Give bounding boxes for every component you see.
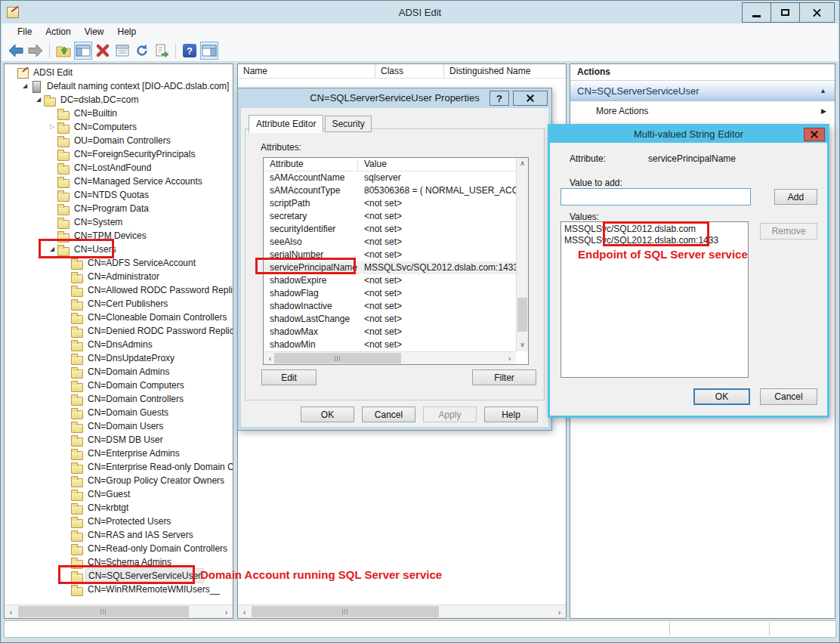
mvse-cancel-button[interactable]: Cancel [760, 388, 817, 405]
tree-item[interactable]: CN=RAS and IAS Servers [5, 528, 233, 542]
collapse-arrow-icon[interactable]: ▲ [820, 87, 835, 94]
tree-item[interactable]: ADSI Edit [5, 66, 233, 79]
attribute-row[interactable]: serialNumber<not set> [264, 249, 516, 261]
show-console-tree-icon[interactable] [74, 42, 92, 60]
tree-item[interactable]: ▷CN=Computers [5, 120, 233, 134]
attribute-row[interactable]: shadowLastChange<not set> [264, 313, 516, 326]
attribute-row[interactable]: servicePrincipalNameMSSQLSvc/SQL2012.dsl… [264, 261, 516, 274]
add-button[interactable]: Add [774, 189, 817, 205]
tree-item[interactable]: CN=Enterprise Admins [5, 447, 233, 460]
forward-icon[interactable] [26, 42, 45, 60]
attribute-row[interactable]: secretary<not set> [264, 210, 516, 223]
cancel-button[interactable]: Cancel [362, 407, 415, 422]
tree-item[interactable]: CN=Denied RODC Password Replicat [5, 324, 233, 338]
help-icon[interactable]: ? [181, 42, 199, 60]
value-column-header[interactable]: Value [358, 158, 516, 171]
edit-button[interactable]: Edit [261, 369, 317, 385]
tree-item[interactable]: CN=Allowed RODC Password Replica [5, 283, 233, 297]
maximize-button[interactable] [771, 2, 800, 23]
expanded-arrow-icon[interactable]: ◢ [20, 79, 30, 93]
column-class[interactable]: Class [375, 64, 444, 79]
tree-item[interactable]: ◢Default naming context [DIO-ADC.dslab.c… [5, 79, 233, 93]
attribute-row[interactable]: sAMAccountNamesqlserver [264, 172, 516, 184]
mvse-close-button[interactable] [804, 128, 825, 141]
menu-help[interactable]: Help [111, 24, 144, 39]
tree-item[interactable]: CN=Read-only Domain Controllers [5, 542, 233, 555]
mvse-ok-button[interactable]: OK [693, 388, 750, 405]
attribute-row[interactable]: shadowMin<not set> [264, 339, 516, 351]
scroll-up-icon[interactable]: ∧ [517, 158, 528, 170]
expanded-arrow-icon[interactable]: ◢ [33, 93, 44, 107]
scroll-thumb[interactable] [18, 606, 189, 617]
tree-item[interactable]: CN=Builtin [5, 107, 233, 120]
menu-file[interactable]: File [11, 24, 39, 39]
scroll-thumb[interactable] [274, 353, 401, 363]
tree-item[interactable]: CN=Schema Admins [5, 555, 233, 569]
collapsed-arrow-icon[interactable]: ▷ [47, 120, 57, 134]
column-distinguished-name[interactable]: Distinguished Name [444, 64, 566, 79]
tree-item[interactable]: CN=Program Data [5, 202, 233, 215]
tree-item[interactable]: CN=Domain Controllers [5, 392, 233, 406]
scroll-right-icon[interactable]: › [503, 352, 516, 364]
more-actions-item[interactable]: More Actions ▶ [570, 101, 835, 121]
properties-icon[interactable] [113, 42, 131, 60]
tree-item[interactable]: CN=LostAndFound [5, 161, 233, 175]
scroll-down-icon[interactable]: ∨ [517, 339, 528, 351]
scroll-left-icon[interactable]: ‹ [238, 605, 251, 618]
dialog-help-button[interactable]: ? [489, 91, 509, 106]
attribute-row[interactable]: shadowExpire<not set> [264, 274, 516, 287]
tree-item[interactable]: CN=DnsUpdateProxy [5, 351, 233, 365]
tree-item[interactable]: ◢CN=Users [5, 243, 233, 256]
column-name[interactable]: Name [238, 64, 375, 79]
refresh-icon[interactable] [133, 42, 151, 60]
dialog-close-button[interactable] [513, 91, 548, 106]
tree-item[interactable]: CN=Administrator [5, 270, 233, 283]
attribute-column-header[interactable]: Attribute [264, 158, 358, 171]
tree-item[interactable]: CN=Cloneable Domain Controllers [5, 311, 233, 324]
attribute-row[interactable]: shadowMax<not set> [264, 326, 516, 339]
value-to-add-input[interactable] [561, 188, 751, 206]
filter-button[interactable]: Filter [472, 369, 536, 385]
attributes-vertical-scrollbar[interactable]: ∧ ∨ [516, 158, 528, 351]
tree-item[interactable]: CN=Group Policy Creator Owners [5, 474, 233, 487]
values-list[interactable]: MSSQLSvc/SQL2012.dslab.comMSSQLSvc/SQL20… [561, 221, 749, 378]
attribute-row[interactable]: seeAlso<not set> [264, 236, 516, 249]
tree-item[interactable]: OU=Domain Controllers [5, 134, 233, 147]
export-list-icon[interactable] [153, 42, 171, 60]
close-button[interactable] [799, 2, 835, 23]
apply-button[interactable]: Apply [423, 407, 477, 422]
list-horizontal-scrollbar[interactable]: ‹ › [238, 604, 566, 618]
expanded-arrow-icon[interactable]: ◢ [47, 243, 57, 256]
ok-button[interactable]: OK [301, 407, 354, 422]
attribute-row[interactable]: scriptPath<not set> [264, 197, 516, 210]
tree-item[interactable]: CN=NTDS Quotas [5, 188, 233, 202]
back-icon[interactable] [7, 42, 25, 60]
remove-button[interactable]: Remove [760, 223, 817, 240]
tree-item[interactable]: CN=Domain Users [5, 419, 233, 433]
tree-item[interactable]: CN=ForeignSecurityPrincipals [5, 147, 233, 161]
tree-item[interactable]: ◢DC=dslab,DC=com [5, 93, 233, 107]
tree-item[interactable]: CN=Domain Admins [5, 365, 233, 379]
scroll-right-icon[interactable]: › [553, 605, 566, 618]
tree-item[interactable]: CN=ADFS ServiceAccount [5, 256, 233, 270]
show-action-pane-icon[interactable] [200, 42, 218, 60]
attribute-row[interactable]: shadowInactive<not set> [264, 300, 516, 313]
tab-security[interactable]: Security [325, 116, 371, 132]
attributes-horizontal-scrollbar[interactable]: ‹ › [264, 351, 516, 364]
attribute-row[interactable]: securityIdentifier<not set> [264, 223, 516, 236]
tree-item[interactable]: CN=TPM Devices [5, 229, 233, 243]
value-item[interactable]: MSSQLSvc/SQL2012.dslab.com [564, 224, 748, 235]
scroll-thumb[interactable] [517, 298, 527, 332]
tree-item[interactable]: CN=Cert Publishers [5, 297, 233, 311]
scroll-right-icon[interactable]: › [220, 605, 233, 618]
help-button[interactable]: Help [484, 407, 538, 422]
tree-item[interactable]: CN=Protected Users [5, 515, 233, 528]
tree-item[interactable]: CN=Domain Guests [5, 406, 233, 419]
actions-group-header[interactable]: CN=SQLServerServiceUser ▲ [570, 81, 835, 101]
scroll-left-icon[interactable]: ‹ [5, 605, 17, 618]
tree-item[interactable]: CN=Enterprise Read-only Domain Cc [5, 460, 233, 474]
tree-item[interactable]: CN=DSM DB User [5, 433, 233, 447]
tree-item[interactable]: CN=DnsAdmins [5, 338, 233, 351]
tree-item[interactable]: CN=Managed Service Accounts [5, 175, 233, 188]
menu-view[interactable]: View [78, 24, 111, 39]
